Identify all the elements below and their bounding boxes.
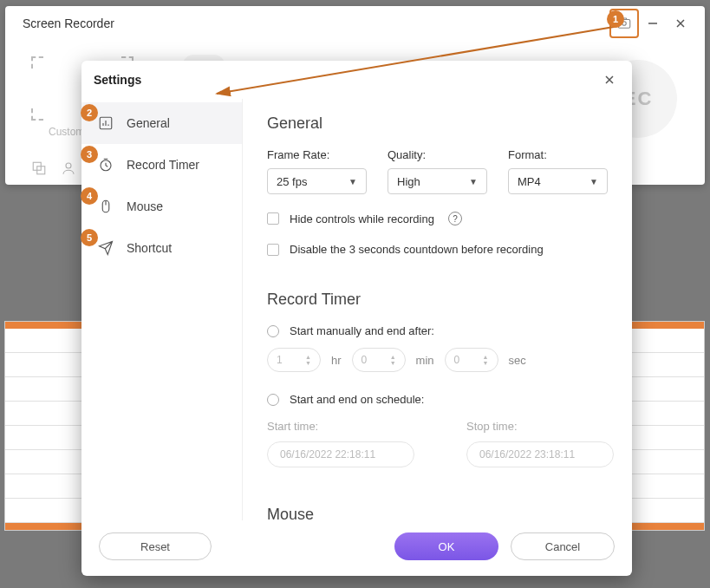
sidebar-item-label: Shortcut: [127, 241, 172, 255]
cancel-button[interactable]: Cancel: [511, 532, 615, 560]
sidebar-item-label: General: [127, 116, 170, 130]
help-icon[interactable]: ?: [448, 212, 462, 225]
format-select[interactable]: MP4 ▼: [508, 168, 608, 194]
checkbox-box: [267, 212, 279, 225]
general-icon: [97, 114, 114, 132]
settings-close-button[interactable]: [599, 69, 620, 90]
callout-4: 4: [81, 187, 98, 205]
general-heading: General: [267, 114, 608, 133]
quality-label: Quality:: [388, 148, 487, 161]
start-time-label: Start time:: [267, 420, 414, 433]
chevron-down-icon: ▼: [348, 177, 357, 186]
format-label: Format:: [508, 148, 608, 161]
screenshot-icon[interactable]: [31, 160, 47, 176]
timer-heading: Record Timer: [267, 291, 608, 309]
spinner-icon: ▲▼: [483, 354, 489, 366]
checkbox-box: [267, 244, 279, 256]
hours-unit: hr: [331, 354, 342, 367]
titlebar: Screen Recorder: [5, 6, 705, 41]
close-button[interactable]: [667, 10, 694, 37]
stop-time-field[interactable]: 06/16/2022 23:18:11: [466, 441, 614, 467]
hours-field[interactable]: 1▲▼: [267, 348, 321, 372]
spinner-icon: ▲▼: [390, 354, 396, 366]
timer-option-schedule[interactable]: Start and end on schedule:: [267, 393, 608, 406]
settings-title: Settings: [94, 73, 141, 87]
quality-select[interactable]: High ▼: [388, 168, 487, 194]
settings-dialog: Settings General Record Timer: [81, 61, 632, 576]
minutes-field[interactable]: 0▲▼: [352, 348, 406, 372]
minimize-icon: [647, 17, 659, 29]
settings-header: Settings: [81, 61, 632, 99]
stop-time-label: Stop time:: [466, 420, 614, 433]
seconds-unit: sec: [509, 354, 526, 367]
chevron-down-icon: ▼: [469, 177, 478, 186]
settings-content: General Frame Rate: 25 fps ▼ Quality: Hi…: [243, 99, 632, 520]
mouse-icon: [97, 198, 114, 215]
callout-2: 2: [81, 104, 98, 121]
timer-option-manual[interactable]: Start manually and end after:: [267, 324, 608, 337]
frame-rate-label: Frame Rate:: [267, 148, 367, 161]
disable-countdown-checkbox[interactable]: Disable the 3 seconds countdown before r…: [267, 243, 608, 256]
hide-controls-checkbox[interactable]: Hide controls while recording ?: [267, 212, 608, 225]
ok-button[interactable]: OK: [394, 532, 498, 560]
minimize-button[interactable]: [639, 10, 667, 37]
callout-1: 1: [607, 10, 624, 28]
close-icon: [603, 74, 616, 86]
settings-footer: Reset OK Cancel: [81, 520, 632, 576]
svg-point-5: [66, 163, 71, 168]
window-title: Screen Recorder: [23, 16, 114, 30]
seconds-field[interactable]: 0▲▼: [445, 348, 498, 372]
sidebar-item-mouse[interactable]: Mouse: [81, 186, 242, 227]
radio-icon: [267, 394, 279, 406]
minutes-unit: min: [416, 354, 434, 367]
callout-5: 5: [81, 229, 98, 246]
shortcut-icon: [97, 239, 114, 257]
settings-sidebar: General Record Timer Mouse Shortcut: [81, 99, 243, 520]
sidebar-item-label: Record Timer: [127, 158, 199, 172]
radio-icon: [267, 325, 279, 337]
spinner-icon: ▲▼: [305, 354, 311, 366]
sidebar-item-general[interactable]: General: [81, 102, 242, 144]
chevron-down-icon: ▼: [589, 177, 598, 186]
close-icon: [674, 17, 687, 29]
sidebar-item-shortcut[interactable]: Shortcut: [81, 227, 242, 269]
timer-icon: [97, 156, 114, 173]
mouse-heading: Mouse: [267, 506, 608, 520]
user-icon[interactable]: [61, 160, 76, 176]
callout-3: 3: [81, 146, 98, 163]
frame-rate-select[interactable]: 25 fps ▼: [267, 168, 367, 194]
sidebar-item-record-timer[interactable]: Record Timer: [81, 144, 242, 186]
reset-button[interactable]: Reset: [99, 532, 212, 560]
start-time-field[interactable]: 06/16/2022 22:18:11: [267, 441, 414, 467]
sidebar-item-label: Mouse: [127, 199, 163, 213]
